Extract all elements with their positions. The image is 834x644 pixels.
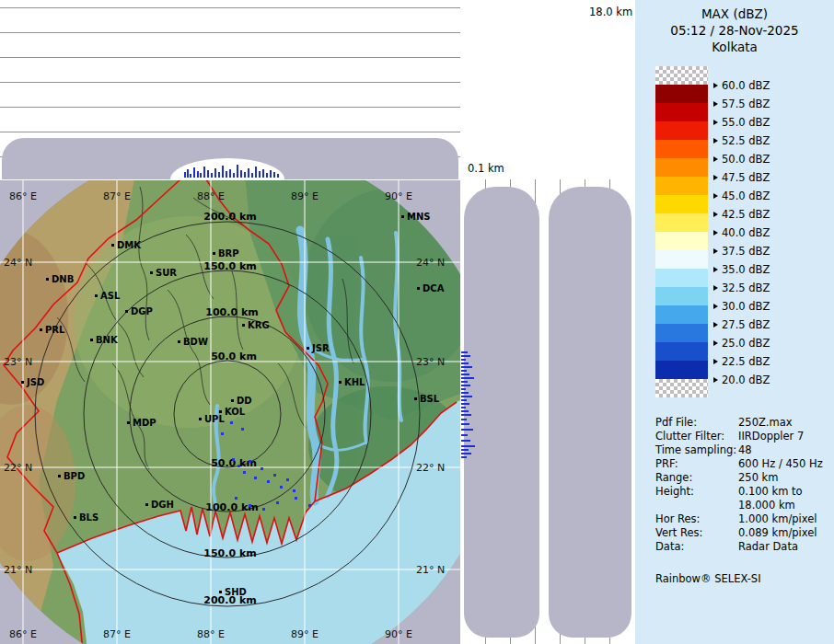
no-data-mask [549,187,631,638]
scale-swatch [655,121,708,140]
radar-map-panel: 86° E86° E87° E87° E88° E88° E89° E89° E… [0,179,460,644]
lon-label: 89° E [291,190,319,202]
lon-label: 90° E [385,190,412,202]
scale-row: 52.5 dBZ [655,121,708,140]
scale-row: 30.0 dBZ [655,287,708,305]
lon-label: 87° E [103,190,131,202]
station-label: BPD [64,471,85,481]
lat-label: 23° N [416,356,445,368]
station-label: KRG [248,320,270,330]
scale-swatch [655,379,708,397]
scale-tick-icon [713,377,718,383]
station-dot-icon [111,244,114,247]
station-dot-icon [242,324,245,327]
echo-tick [226,171,227,178]
station-label: BDW [183,337,208,347]
station-marker: JSR [307,343,330,353]
station-dot-icon [178,340,180,343]
scale-row: 45.0 dBZ [655,177,708,195]
echo-tick [266,173,268,178]
scale-label-text: 50.0 dBZ [722,153,770,166]
scale-row: 37.5 dBZ [655,232,708,250]
station-marker: KRG [242,320,270,330]
station-label: BSL [420,394,439,404]
echo-tick [461,403,469,405]
echo-tick [461,456,467,458]
height-axis-min-label: 0.1 km [468,162,504,175]
echo-dot [221,432,224,435]
echo-dot [276,501,279,504]
echo-tick [200,173,202,178]
legend-panel: MAX (dBZ) 05:12 / 28-Nov-2025 Kolkata 60… [635,0,834,644]
echo-tick [203,167,205,178]
echo-tick [240,170,242,178]
echo-tick [229,169,231,178]
lon-label: 87° E [103,628,131,640]
info-label: Range: [655,471,738,485]
echo-dot [308,504,311,507]
info-value: 48 [738,443,752,457]
scale-row: 50.0 dBZ [655,140,708,158]
scale-label: 32.5 dBZ [713,282,770,294]
scale-tick-icon [713,230,718,236]
info-row: Hor Res:1.000 km/pixel [655,512,827,526]
scale-label: 47.5 dBZ [713,171,770,184]
scale-label-text: 40.0 dBZ [722,226,770,239]
scale-tick-icon [713,212,718,217]
echo-tick [461,445,475,447]
echo-tick [207,170,209,178]
range-ring-label: 150.0 km [203,260,256,272]
echo-tick [461,381,468,383]
info-label [655,499,738,512]
lat-label: 23° N [4,356,32,368]
station-marker: PRL [40,325,64,335]
scale-row: 22.5 dBZ [655,342,708,361]
station-label: KOL [225,407,245,417]
scale-row: 35.0 dBZ [655,250,708,269]
station-dot-icon [46,278,49,281]
scale-label: 45.0 dBZ [713,190,770,202]
radar-display-window: 18.0 km 0.1 km [0,0,834,644]
info-value: Radar Data [738,540,798,554]
echo-dot [293,489,295,492]
top-panel-gridline [0,32,460,33]
station-dot-icon [414,397,417,400]
scale-row: 60.0 dBZ [655,66,708,85]
product-title: MAX (dBZ) [635,6,834,21]
echo-dot [267,480,270,483]
info-label: Height: [655,485,738,499]
info-row: Height:0.100 km to [655,485,827,499]
echo-dot [249,460,251,463]
range-ring-label: 100.0 km [205,306,258,318]
station-marker: DMK [111,240,141,250]
station-label: BNK [96,335,118,345]
info-row: Clutter Filter:IIRDoppler 7 [655,430,827,443]
station-label: ASL [100,291,120,301]
scale-swatch [655,287,708,305]
scale-label-text: 55.0 dBZ [722,116,770,129]
info-row: Range:250 km [655,471,827,485]
echo-tick [255,167,257,178]
lat-label: 22° N [4,462,32,474]
scale-row: 27.5 dBZ [655,305,708,324]
scale-label-text: 35.0 dBZ [722,263,770,276]
scale-label: 60.0 dBZ [713,79,770,92]
echo-dot [286,478,289,481]
echo-tick [461,434,468,436]
echo-tick [461,377,474,379]
top-panel-gridline [0,107,460,108]
echo-dot [262,508,265,511]
station-marker: BSL [414,394,439,404]
range-ring-label: 200.0 km [203,211,256,223]
echo-tick [259,171,261,178]
echo-dot [254,477,257,479]
echo-tick [273,172,275,178]
scale-label: 35.0 dBZ [713,263,770,276]
scale-row: 25.0 dBZ [655,324,708,342]
station-dot-icon [145,503,148,506]
scale-tick-icon [713,285,718,291]
lon-label: 88° E [197,628,225,640]
scale-label-text: 37.5 dBZ [722,245,770,258]
station-dot-icon [339,381,342,384]
echo-tick [461,407,466,408]
